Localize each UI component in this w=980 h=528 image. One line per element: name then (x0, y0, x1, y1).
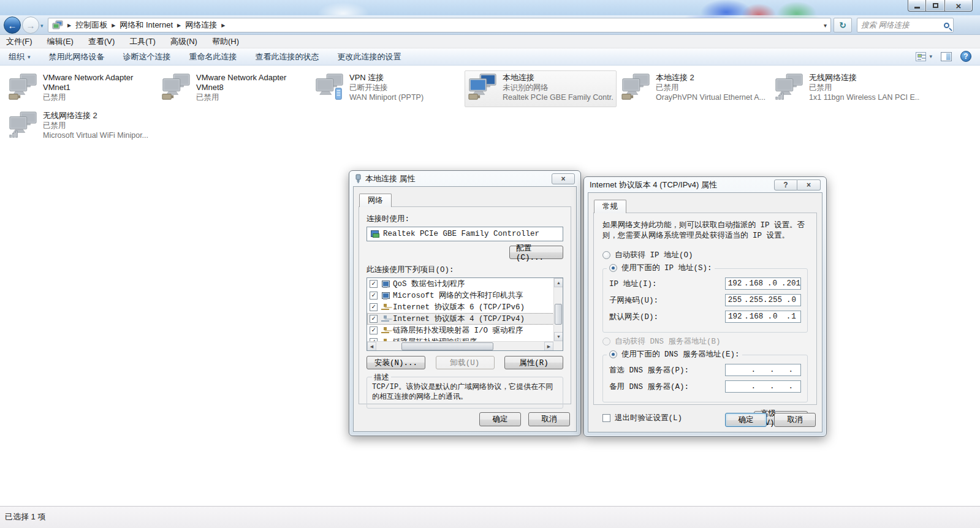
help-button[interactable]: ? (960, 51, 971, 62)
ip-octet[interactable]: 0 (782, 296, 800, 304)
breadcrumb-separator-icon[interactable]: ▶ (112, 23, 115, 28)
vertical-scrollbar[interactable]: ▲ ▼ (553, 278, 563, 341)
menu-tools[interactable]: 工具(T) (129, 36, 156, 47)
checkbox-checked[interactable]: ✓ (370, 303, 378, 311)
ip-octet[interactable]: 0 (763, 312, 781, 321)
list-item[interactable]: ✓ Microsoft 网络的文件和打印机共享 (367, 290, 563, 301)
ok-button[interactable]: 确定 (479, 412, 521, 426)
ip-octet[interactable]: 168 (744, 279, 763, 288)
checkbox-checked[interactable]: ✓ (370, 280, 378, 288)
search-input[interactable] (861, 21, 944, 29)
breadcrumb-network-connections[interactable]: 网络连接 (185, 20, 217, 31)
diagnose-connection-button[interactable]: 诊断这个连接 (123, 51, 171, 62)
change-settings-button[interactable]: 更改此连接的设置 (338, 51, 401, 62)
radio-icon-checked[interactable] (609, 264, 617, 272)
view-status-button[interactable]: 查看此连接的状态 (256, 51, 319, 62)
radio-icon-checked[interactable] (609, 350, 617, 358)
protocol-list[interactable]: ✓ QoS 数据包计划程序 ✓ Microsoft 网络的文件和打印机共享 ✓ … (367, 277, 563, 351)
menu-advanced[interactable]: 高级(N) (170, 36, 197, 47)
refresh-button[interactable]: ↻ (834, 18, 852, 32)
radio-manual-ip[interactable]: 使用下面的 IP 地址(S): (607, 263, 715, 273)
radio-icon[interactable] (602, 251, 610, 259)
dialog-close-button[interactable]: × (552, 173, 575, 184)
adapter-vpn[interactable]: VPN 连接 已断开连接 WAN Miniport (PPTP) (311, 70, 463, 107)
checkbox-checked[interactable]: ✓ (370, 292, 378, 300)
ip-octet[interactable]: 192 (726, 312, 744, 321)
menu-file[interactable]: 文件(F) (6, 36, 32, 47)
dialog-help-button[interactable]: ? (774, 179, 797, 190)
address-dropdown-icon[interactable]: ▾ (824, 22, 827, 29)
ip-octet[interactable]: 1 (782, 312, 800, 321)
cancel-button[interactable]: 取消 (528, 412, 570, 426)
validate-checkbox-row[interactable]: 退出时验证设置(L) (602, 413, 682, 423)
scroll-up-icon[interactable]: ▲ (554, 278, 563, 287)
scroll-left-icon[interactable]: ◀ (367, 342, 376, 351)
back-button[interactable]: ← (4, 17, 21, 34)
install-button[interactable]: 安装(N)... (367, 356, 425, 369)
ip-octet[interactable]: 192 (726, 279, 744, 288)
ip-octet[interactable]: 255 (726, 296, 744, 304)
alternate-dns-input[interactable] (725, 380, 801, 393)
ip-octet[interactable] (782, 366, 801, 374)
list-item[interactable]: ✓ QoS 数据包计划程序 (367, 278, 563, 290)
cancel-button[interactable]: 取消 (774, 413, 816, 427)
gateway-input[interactable]: 19216801 (725, 311, 801, 323)
checkbox-unchecked[interactable] (602, 414, 610, 422)
close-button[interactable]: × (944, 0, 973, 12)
checkbox-checked[interactable]: ✓ (370, 315, 378, 323)
ip-octet[interactable]: 255 (763, 296, 782, 304)
dialog-close-button[interactable]: × (797, 179, 821, 190)
radio-auto-ip[interactable]: 自动获得 IP 地址(O) (602, 250, 808, 260)
menu-edit[interactable]: 编辑(E) (47, 36, 74, 47)
ip-octet[interactable]: 0 (763, 279, 781, 288)
dialog-titlebar[interactable]: Internet 协议版本 4 (TCP/IPv4) 属性 ? × (584, 177, 826, 192)
rename-connection-button[interactable]: 重命名此连接 (189, 51, 237, 62)
checkbox-checked[interactable]: ✓ (370, 326, 378, 334)
ip-octet[interactable]: 255 (744, 296, 763, 304)
adapter-local-area-connection[interactable]: 本地连接 未识别的网络 Realtek PCIe GBE Family Cont… (465, 70, 617, 107)
ip-octet[interactable] (745, 366, 764, 374)
ok-button[interactable]: 确定 (725, 413, 767, 427)
ip-octet[interactable] (745, 382, 764, 391)
adapter-wireless[interactable]: 无线网络连接 已禁用 1x1 11bgn Wireless LAN PCI E.… (771, 70, 923, 107)
preferred-dns-input[interactable] (725, 364, 801, 376)
radio-manual-dns[interactable]: 使用下面的 DNS 服务器地址(E): (607, 349, 742, 360)
breadcrumb-control-panel[interactable]: 控制面板 (75, 20, 107, 31)
search-box[interactable] (857, 18, 954, 32)
adapter-vmnet1[interactable]: VMware Network Adapter VMnet1 已禁用 (5, 70, 157, 107)
subnet-mask-input[interactable]: 2552552550 (725, 294, 801, 306)
menu-help[interactable]: 帮助(H) (212, 36, 239, 47)
breadcrumb-separator-icon[interactable]: ▶ (177, 23, 181, 28)
ip-octet[interactable] (763, 366, 782, 374)
list-item[interactable]: ✓ Internet 协议版本 6 (TCP/IPv6) (367, 301, 563, 313)
horizontal-scrollbar[interactable]: ◀ ▶ (367, 341, 553, 350)
organize-button[interactable]: 组织 ▾ (9, 51, 31, 62)
dialog-titlebar[interactable]: 本地连接 属性 × (349, 171, 580, 186)
adapter-local-area-connection-2[interactable]: 本地连接 2 已禁用 OrayPhVPN Virtual Ethernet A.… (618, 70, 770, 107)
list-item-ipv4-selected[interactable]: ✓ Internet 协议版本 4 (TCP/IPv4) (367, 313, 563, 325)
tab-network[interactable]: 网络 (359, 194, 392, 207)
address-bar[interactable]: ▶ 控制面板 ▶ 网络和 Internet ▶ 网络连接 ▶ ▾ (48, 18, 831, 32)
ip-address-input[interactable]: 1921680201 (725, 277, 801, 290)
maximize-button[interactable] (926, 0, 944, 12)
adapter-vmnet8[interactable]: VMware Network Adapter VMnet8 已禁用 (158, 70, 310, 107)
breadcrumb-network-internet[interactable]: 网络和 Internet (120, 20, 173, 31)
scrollbar-thumb[interactable] (555, 304, 562, 325)
ip-octet[interactable] (782, 382, 801, 391)
forward-button[interactable]: → (22, 17, 39, 34)
list-item[interactable]: ✓ 链路层拓扑发现映射器 I/O 驱动程序 (367, 325, 563, 336)
preview-pane-button[interactable] (941, 52, 952, 61)
breadcrumb-separator-icon[interactable]: ▶ (221, 23, 225, 28)
ip-octet[interactable]: 201 (781, 279, 800, 288)
scrollbar-thumb[interactable] (401, 342, 493, 350)
ip-octet[interactable]: 168 (744, 312, 763, 321)
tab-general[interactable]: 常规 (594, 200, 626, 213)
recent-pages-dropdown[interactable]: ▾ (40, 23, 44, 29)
scroll-right-icon[interactable]: ▶ (544, 342, 553, 351)
ip-octet[interactable] (763, 382, 782, 391)
minimize-button[interactable] (908, 0, 926, 12)
scroll-down-icon[interactable]: ▼ (554, 332, 563, 341)
adapter-wireless-2[interactable]: 无线网络连接 2 已禁用 Microsoft Virtual WiFi Mini… (5, 108, 157, 145)
properties-button[interactable]: 属性(R) (504, 356, 563, 369)
disable-device-button[interactable]: 禁用此网络设备 (49, 51, 105, 62)
